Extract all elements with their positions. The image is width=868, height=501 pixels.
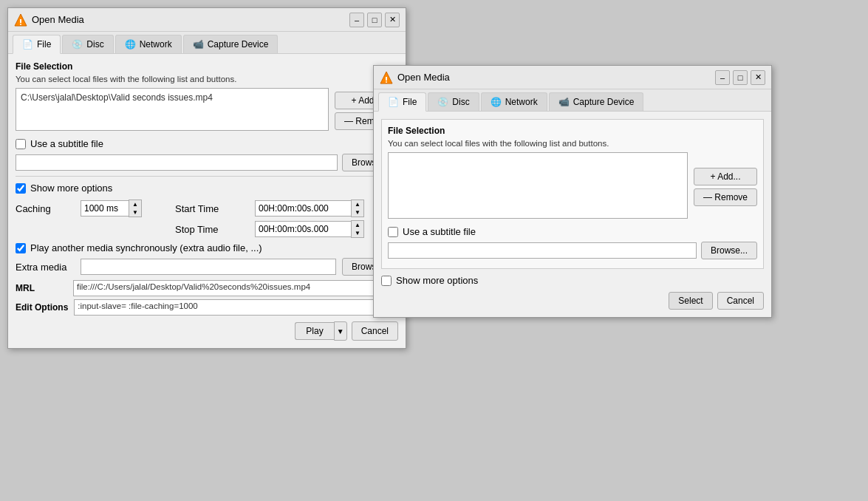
edit-options-value-1[interactable]: :input-slave= :file-caching=1000 (74, 299, 398, 316)
stop-time-label-1: Stop Time (175, 224, 249, 235)
close-btn-2[interactable]: ✕ (751, 70, 765, 85)
play-btn-1[interactable]: Play (295, 322, 333, 340)
svg-rect-4 (386, 77, 387, 81)
tab-file-2[interactable]: 📄 File (378, 92, 426, 112)
subtitle-checkbox-row-1: Use a subtitle file (16, 138, 398, 149)
tab-bar-1: 📄 File 💿 Disc 🌐 Network 📹 Capture Device (8, 32, 406, 54)
caching-down-1[interactable]: ▼ (129, 208, 141, 217)
show-more-row-1: Show more options (16, 183, 398, 194)
subtitle-label-1: Use a subtitle file (30, 138, 103, 149)
file-list-row-2: + Add... — Remove (388, 152, 757, 222)
sync-row-1: Play another media synchronously (extra … (16, 242, 398, 253)
capture-tab-icon-2: 📹 (558, 97, 570, 107)
start-time-arrows-1: ▲ ▼ (351, 200, 364, 217)
subtitle-path-input-1[interactable] (16, 154, 338, 171)
window-2-content: File Selection You can select local file… (374, 112, 771, 317)
caching-label-1: Caching (16, 203, 75, 214)
caching-arrows-1: ▲ ▼ (129, 200, 142, 217)
disc-tab-icon-1: 💿 (72, 39, 83, 50)
network-tab-label-2: Network (505, 97, 538, 107)
tab-disc-1[interactable]: 💿 Disc (62, 35, 113, 53)
capture-tab-label-2: Capture Device (573, 97, 635, 107)
subtitle-checkbox-2[interactable] (388, 227, 398, 237)
add-btn-2[interactable]: + Add... (694, 168, 757, 185)
file-tab-label-1: File (37, 39, 51, 50)
subtitle-browse-btn-2[interactable]: Browse... (701, 242, 757, 259)
maximize-btn-2[interactable]: □ (733, 70, 748, 85)
cancel-btn-2[interactable]: Cancel (717, 292, 764, 310)
start-time-up-1[interactable]: ▲ (352, 200, 363, 208)
bottom-buttons-1: Play ▼ Cancel (16, 321, 398, 341)
caching-input-group-1: ▲ ▼ (81, 200, 169, 217)
file-selection-header-1: File Selection (16, 61, 398, 72)
tab-network-2[interactable]: 🌐 Network (481, 92, 547, 111)
tab-capture-1[interactable]: 📹 Capture Device (183, 35, 278, 53)
window-1-title: Open Media (32, 14, 84, 25)
disc-tab-label-2: Disc (452, 97, 469, 107)
tab-bar-2: 📄 File 💿 Disc 🌐 Network 📹 Capture Device (374, 89, 771, 112)
title-bar-2: Open Media – □ ✕ (374, 66, 771, 89)
maximize-btn-1[interactable]: □ (367, 13, 382, 27)
show-more-row-2: Show more options (381, 275, 764, 286)
stop-time-arrows-1: ▲ ▼ (351, 220, 364, 238)
stop-time-down-1[interactable]: ▼ (352, 229, 363, 237)
mrl-label-1: MRL (16, 283, 67, 293)
cancel-btn-1[interactable]: Cancel (352, 321, 398, 341)
show-more-label-2: Show more options (396, 275, 478, 286)
stop-time-up-1[interactable]: ▲ (352, 221, 363, 229)
vlc-app-icon (14, 13, 27, 27)
file-tab-icon-1: 📄 (22, 39, 33, 50)
minimize-btn-2[interactable]: – (715, 70, 730, 85)
minimize-btn-1[interactable]: – (349, 13, 364, 27)
show-more-label-1: Show more options (30, 183, 112, 194)
file-selection-section-2: File Selection You can select local file… (381, 119, 764, 269)
edit-options-row-1: Edit Options :input-slave= :file-caching… (16, 299, 398, 316)
file-item-1: C:\Users\jalal\Desktop\Valid seconds iss… (19, 92, 325, 103)
subtitle-path-input-2[interactable] (388, 242, 697, 259)
tab-network-1[interactable]: 🌐 Network (115, 35, 182, 53)
window-2-title: Open Media (397, 72, 450, 83)
show-more-checkbox-1[interactable] (16, 183, 26, 194)
bottom-buttons-2: Select Cancel (381, 292, 764, 310)
network-tab-icon-1: 🌐 (125, 39, 136, 50)
caching-input-1[interactable] (81, 200, 129, 217)
window-2: Open Media – □ ✕ 📄 File 💿 Disc 🌐 Network… (373, 65, 772, 318)
mrl-value-1[interactable]: file:///C:/Users/jalal/Desktop/Valid%20s… (73, 280, 398, 296)
title-controls-1: – □ ✕ (349, 13, 400, 27)
file-buttons-2: + Add... — Remove (694, 168, 757, 206)
capture-tab-icon-1: 📹 (193, 39, 204, 50)
start-time-down-1[interactable]: ▼ (352, 208, 363, 217)
file-tab-label-2: File (403, 97, 417, 107)
options-grid-1: Caching ▲ ▼ Start Time ▲ ▼ Stop Time (16, 200, 398, 238)
remove-btn-2[interactable]: — Remove (694, 188, 757, 206)
extra-media-row-1: Extra media Browse... (16, 258, 398, 276)
subtitle-checkbox-row-2: Use a subtitle file (388, 226, 757, 237)
title-bar-1: Open Media – □ ✕ (8, 8, 406, 32)
vlc-app-icon-2 (380, 71, 393, 84)
extra-media-label-1: Extra media (16, 262, 75, 273)
mrl-row-1: MRL file:///C:/Users/jalal/Desktop/Valid… (16, 280, 398, 296)
extra-media-input-1[interactable] (81, 259, 336, 275)
stop-time-input-1[interactable] (255, 221, 351, 237)
show-more-checkbox-2[interactable] (381, 276, 392, 286)
file-selection-desc-1: You can select local files with the foll… (16, 75, 398, 84)
title-left-1: Open Media (14, 13, 84, 27)
caching-up-1[interactable]: ▲ (129, 200, 141, 208)
sync-checkbox-1[interactable] (16, 243, 26, 253)
file-selection-desc-2: You can select local files with the foll… (388, 139, 757, 148)
tab-file-1[interactable]: 📄 File (13, 35, 61, 54)
select-btn-2[interactable]: Select (669, 292, 712, 310)
network-tab-label-1: Network (140, 39, 172, 50)
subtitle-checkbox-1[interactable] (16, 139, 26, 149)
file-list-1[interactable]: C:\Users\jalal\Desktop\Valid seconds iss… (16, 88, 329, 131)
play-dropdown-1[interactable]: ▼ (334, 321, 347, 341)
close-btn-1[interactable]: ✕ (385, 13, 400, 27)
file-list-2[interactable] (388, 152, 688, 219)
start-time-group-1: ▲ ▼ (255, 200, 373, 217)
tab-capture-2[interactable]: 📹 Capture Device (549, 92, 644, 111)
start-time-input-1[interactable] (255, 200, 351, 217)
file-list-row-1: C:\Users\jalal\Desktop\Valid seconds iss… (16, 88, 398, 134)
edit-options-label-1: Edit Options (16, 302, 68, 313)
tab-disc-2[interactable]: 💿 Disc (428, 92, 479, 111)
stop-time-group-1: ▲ ▼ (255, 220, 373, 238)
